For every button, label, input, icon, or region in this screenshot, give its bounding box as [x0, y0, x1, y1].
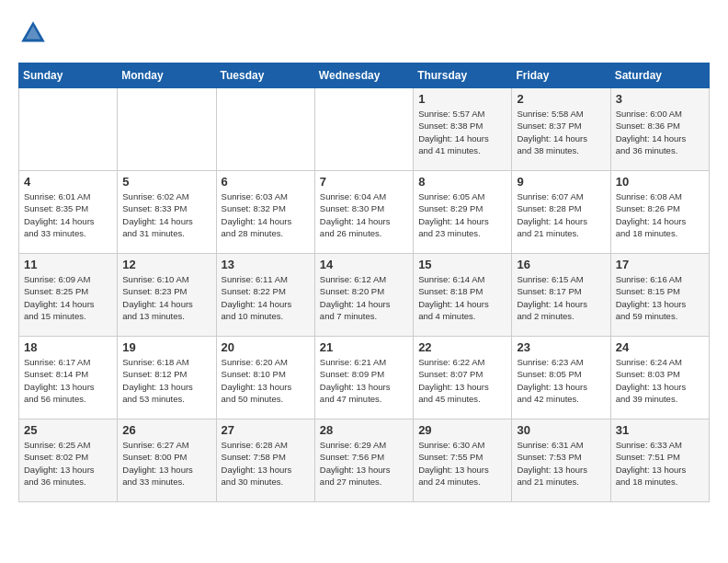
day-number: 14 [320, 258, 408, 271]
day-number: 2 [517, 92, 605, 106]
header-day-saturday: Saturday [610, 63, 709, 88]
day-number: 30 [517, 423, 605, 437]
day-info: Sunrise: 6:05 AM Sunset: 8:29 PM Dayligh… [418, 190, 506, 239]
day-number: 3 [616, 92, 704, 106]
day-info: Sunrise: 5:58 AM Sunset: 8:37 PM Dayligh… [517, 108, 605, 156]
day-cell: 31Sunrise: 6:33 AM Sunset: 7:51 PM Dayli… [610, 419, 709, 502]
day-number: 4 [24, 175, 112, 189]
day-cell: 2Sunrise: 5:58 AM Sunset: 8:37 PM Daylig… [512, 88, 610, 171]
day-info: Sunrise: 6:21 AM Sunset: 8:09 PM Dayligh… [320, 356, 408, 405]
day-cell: 6Sunrise: 6:03 AM Sunset: 8:32 PM Daylig… [216, 171, 314, 254]
day-number: 9 [517, 175, 605, 189]
day-info: Sunrise: 6:20 AM Sunset: 8:10 PM Dayligh… [222, 356, 310, 405]
day-number: 15 [418, 258, 506, 271]
day-info: Sunrise: 6:03 AM Sunset: 8:32 PM Dayligh… [222, 190, 310, 239]
day-number: 22 [418, 340, 506, 354]
day-number: 6 [222, 175, 310, 189]
calendar-header: SundayMondayTuesdayWednesdayThursdayFrid… [19, 63, 710, 88]
day-cell: 29Sunrise: 6:30 AM Sunset: 7:55 PM Dayli… [414, 419, 512, 502]
day-cell: 8Sunrise: 6:05 AM Sunset: 8:29 PM Daylig… [414, 171, 512, 254]
day-info: Sunrise: 6:29 AM Sunset: 7:56 PM Dayligh… [320, 439, 408, 488]
day-cell: 30Sunrise: 6:31 AM Sunset: 7:53 PM Dayli… [512, 419, 610, 502]
day-cell: 25Sunrise: 6:25 AM Sunset: 8:02 PM Dayli… [19, 419, 118, 502]
day-info: Sunrise: 6:33 AM Sunset: 7:51 PM Dayligh… [616, 439, 704, 488]
day-number: 11 [24, 258, 112, 271]
week-row-2: 4Sunrise: 6:01 AM Sunset: 8:35 PM Daylig… [19, 171, 710, 254]
day-number: 16 [517, 258, 605, 271]
day-cell: 18Sunrise: 6:17 AM Sunset: 8:14 PM Dayli… [19, 337, 118, 419]
day-info: Sunrise: 6:23 AM Sunset: 8:05 PM Dayligh… [517, 356, 605, 405]
day-number: 20 [222, 340, 310, 354]
day-info: Sunrise: 6:16 AM Sunset: 8:15 PM Dayligh… [616, 273, 704, 322]
day-cell [216, 88, 314, 171]
day-cell: 10Sunrise: 6:08 AM Sunset: 8:26 PM Dayli… [610, 171, 709, 254]
day-info: Sunrise: 5:57 AM Sunset: 8:38 PM Dayligh… [418, 108, 506, 156]
day-number: 7 [320, 175, 408, 189]
day-number: 12 [122, 258, 210, 271]
day-cell: 24Sunrise: 6:24 AM Sunset: 8:03 PM Dayli… [610, 337, 709, 419]
day-number: 29 [418, 423, 506, 437]
day-number: 8 [418, 175, 506, 189]
week-row-1: 1Sunrise: 5:57 AM Sunset: 8:38 PM Daylig… [19, 88, 710, 171]
day-info: Sunrise: 6:22 AM Sunset: 8:07 PM Dayligh… [418, 356, 506, 405]
day-number: 26 [122, 423, 210, 437]
header-day-monday: Monday [118, 63, 216, 88]
logo [18, 18, 51, 48]
day-cell: 20Sunrise: 6:20 AM Sunset: 8:10 PM Dayli… [216, 337, 314, 419]
day-info: Sunrise: 6:25 AM Sunset: 8:02 PM Dayligh… [24, 439, 112, 488]
day-info: Sunrise: 6:18 AM Sunset: 8:12 PM Dayligh… [122, 356, 210, 405]
header-day-wednesday: Wednesday [314, 63, 413, 88]
day-info: Sunrise: 6:04 AM Sunset: 8:30 PM Dayligh… [320, 190, 408, 239]
day-cell: 21Sunrise: 6:21 AM Sunset: 8:09 PM Dayli… [314, 337, 413, 419]
day-cell: 16Sunrise: 6:15 AM Sunset: 8:17 PM Dayli… [512, 254, 610, 337]
day-cell: 22Sunrise: 6:22 AM Sunset: 8:07 PM Dayli… [414, 337, 512, 419]
calendar-table: SundayMondayTuesdayWednesdayThursdayFrid… [18, 63, 710, 502]
day-cell: 15Sunrise: 6:14 AM Sunset: 8:18 PM Dayli… [414, 254, 512, 337]
day-number: 27 [222, 423, 310, 437]
day-info: Sunrise: 6:02 AM Sunset: 8:33 PM Dayligh… [122, 190, 210, 239]
day-info: Sunrise: 6:24 AM Sunset: 8:03 PM Dayligh… [616, 356, 704, 405]
day-cell: 1Sunrise: 5:57 AM Sunset: 8:38 PM Daylig… [414, 88, 512, 171]
day-cell: 7Sunrise: 6:04 AM Sunset: 8:30 PM Daylig… [314, 171, 413, 254]
day-cell: 19Sunrise: 6:18 AM Sunset: 8:12 PM Dayli… [118, 337, 216, 419]
day-info: Sunrise: 6:08 AM Sunset: 8:26 PM Dayligh… [616, 190, 704, 239]
day-info: Sunrise: 6:28 AM Sunset: 7:58 PM Dayligh… [222, 439, 310, 488]
day-info: Sunrise: 6:12 AM Sunset: 8:20 PM Dayligh… [320, 273, 408, 322]
day-info: Sunrise: 6:10 AM Sunset: 8:23 PM Dayligh… [122, 273, 210, 322]
day-number: 17 [616, 258, 704, 271]
day-number: 21 [320, 340, 408, 354]
day-info: Sunrise: 6:17 AM Sunset: 8:14 PM Dayligh… [24, 356, 112, 405]
day-cell: 3Sunrise: 6:00 AM Sunset: 8:36 PM Daylig… [610, 88, 709, 171]
day-cell: 17Sunrise: 6:16 AM Sunset: 8:15 PM Dayli… [610, 254, 709, 337]
header-row: SundayMondayTuesdayWednesdayThursdayFrid… [19, 63, 710, 88]
day-number: 1 [418, 92, 506, 106]
week-row-4: 18Sunrise: 6:17 AM Sunset: 8:14 PM Dayli… [19, 337, 710, 419]
day-cell: 28Sunrise: 6:29 AM Sunset: 7:56 PM Dayli… [314, 419, 413, 502]
day-cell: 13Sunrise: 6:11 AM Sunset: 8:22 PM Dayli… [216, 254, 314, 337]
day-info: Sunrise: 6:30 AM Sunset: 7:55 PM Dayligh… [418, 439, 506, 488]
day-number: 31 [616, 423, 704, 437]
day-cell: 4Sunrise: 6:01 AM Sunset: 8:35 PM Daylig… [19, 171, 118, 254]
day-number: 24 [616, 340, 704, 354]
day-cell [19, 88, 118, 171]
day-number: 28 [320, 423, 408, 437]
day-cell: 27Sunrise: 6:28 AM Sunset: 7:58 PM Dayli… [216, 419, 314, 502]
page-header [18, 18, 710, 48]
week-row-5: 25Sunrise: 6:25 AM Sunset: 8:02 PM Dayli… [19, 419, 710, 502]
day-info: Sunrise: 6:11 AM Sunset: 8:22 PM Dayligh… [222, 273, 310, 322]
day-cell: 26Sunrise: 6:27 AM Sunset: 8:00 PM Dayli… [118, 419, 216, 502]
header-day-sunday: Sunday [19, 63, 118, 88]
day-cell [118, 88, 216, 171]
day-cell [314, 88, 413, 171]
day-info: Sunrise: 6:07 AM Sunset: 8:28 PM Dayligh… [517, 190, 605, 239]
day-number: 10 [616, 175, 704, 189]
day-number: 25 [24, 423, 112, 437]
header-day-thursday: Thursday [414, 63, 512, 88]
day-info: Sunrise: 6:31 AM Sunset: 7:53 PM Dayligh… [517, 439, 605, 488]
day-cell: 14Sunrise: 6:12 AM Sunset: 8:20 PM Dayli… [314, 254, 413, 337]
day-number: 18 [24, 340, 112, 354]
day-info: Sunrise: 6:00 AM Sunset: 8:36 PM Dayligh… [616, 108, 704, 156]
day-number: 13 [222, 258, 310, 271]
day-cell: 11Sunrise: 6:09 AM Sunset: 8:25 PM Dayli… [19, 254, 118, 337]
header-day-tuesday: Tuesday [216, 63, 314, 88]
